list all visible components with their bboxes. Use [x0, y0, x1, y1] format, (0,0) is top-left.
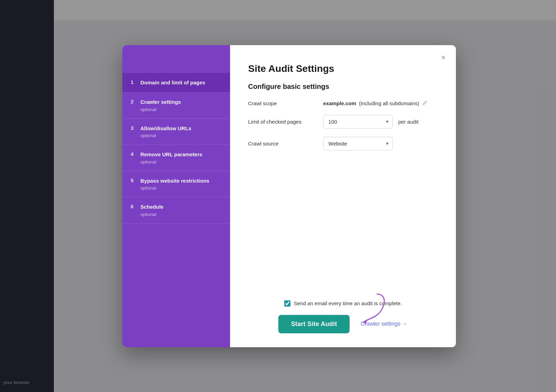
- limit-select-wrapper: 1002005001000 ▾: [323, 115, 393, 128]
- sidebar-item-5[interactable]: 5 Bypass website restrictions optional: [122, 171, 230, 198]
- sidebar-item-1[interactable]: 1 Domain and limit of pages: [122, 73, 230, 93]
- crawl-source-row: Crawl source WebsiteSitemapTxt file ▾: [248, 137, 438, 150]
- modal-bottom-area: Send an email every time an audit is com…: [248, 286, 438, 333]
- crawler-settings-link-text: Crawler settings: [361, 321, 401, 327]
- sidebar-item-number-1: 1: [131, 79, 137, 85]
- sidebar-item-optional-4: optional: [140, 159, 222, 165]
- sidebar-item-number-2: 2: [131, 99, 137, 105]
- sidebar-item-2[interactable]: 2 Crawler settings optional: [122, 92, 230, 119]
- crawl-scope-label: Crawl scope: [248, 100, 318, 106]
- modal-title: Site Audit Settings: [248, 63, 438, 74]
- email-checkbox[interactable]: [284, 300, 291, 307]
- sidebar-item-4[interactable]: 4 Remove URL parameters optional: [122, 145, 230, 171]
- edit-icon[interactable]: [422, 100, 428, 107]
- email-checkbox-row: Send an email every time an audit is com…: [248, 300, 438, 307]
- limit-select[interactable]: 1002005001000: [323, 115, 393, 128]
- limit-label: Limit of checked pages: [248, 119, 318, 125]
- crawl-source-select[interactable]: WebsiteSitemapTxt file: [323, 137, 393, 150]
- sidebar-item-title-4: Remove URL parameters: [140, 151, 202, 158]
- crawler-settings-link[interactable]: Crawler settings →: [361, 321, 408, 327]
- close-button[interactable]: ×: [438, 52, 449, 63]
- per-audit-text: per audit: [398, 119, 418, 125]
- sidebar-item-optional-3: optional: [140, 133, 222, 138]
- start-site-audit-button[interactable]: Start Site Audit: [278, 315, 350, 333]
- crawl-scope-suffix: (including all subdomains): [359, 100, 419, 106]
- site-audit-modal: 1 Domain and limit of pages 2 Crawler se…: [122, 45, 456, 347]
- crawl-scope-domain: example.com: [323, 100, 356, 106]
- sidebar-item-number-6: 6: [131, 203, 137, 209]
- sidebar-item-title-1: Domain and limit of pages: [140, 79, 205, 86]
- crawl-source-select-wrapper: WebsiteSitemapTxt file ▾: [323, 137, 393, 150]
- sidebar-item-title-2: Crawler settings: [140, 99, 181, 106]
- sidebar-item-6[interactable]: 6 Schedule optional: [122, 197, 230, 224]
- crawl-source-label: Crawl source: [248, 141, 318, 147]
- modal-sidebar: 1 Domain and limit of pages 2 Crawler se…: [122, 45, 230, 347]
- email-checkbox-label[interactable]: Send an email every time an audit is com…: [294, 300, 402, 306]
- actions-row: Start Site Audit Crawler settings →: [248, 315, 438, 333]
- sidebar-item-number-4: 4: [131, 151, 137, 157]
- sidebar-item-optional-2: optional: [140, 107, 222, 112]
- limit-row: Limit of checked pages 1002005001000 ▾ p…: [248, 115, 438, 128]
- sidebar-item-title-3: Allow/disallow URLs: [140, 125, 191, 132]
- crawler-settings-arrow-icon: →: [402, 321, 408, 327]
- section-title: Configure basic settings: [248, 83, 438, 91]
- sidebar-item-optional-6: optional: [140, 212, 222, 217]
- modal-main-content: × Site Audit Settings Configure basic se…: [230, 45, 456, 347]
- sidebar-item-3[interactable]: 3 Allow/disallow URLs optional: [122, 119, 230, 145]
- sidebar-item-number-5: 5: [131, 177, 137, 183]
- sidebar-item-title-6: Schedule: [140, 203, 164, 210]
- sidebar-item-number-3: 3: [131, 125, 137, 131]
- sidebar-item-optional-5: optional: [140, 185, 222, 191]
- sidebar-item-title-5: Bypass website restrictions: [140, 177, 209, 184]
- crawl-scope-row: Crawl scope example.com (including all s…: [248, 100, 438, 107]
- crawl-scope-value: example.com (including all subdomains): [323, 100, 428, 107]
